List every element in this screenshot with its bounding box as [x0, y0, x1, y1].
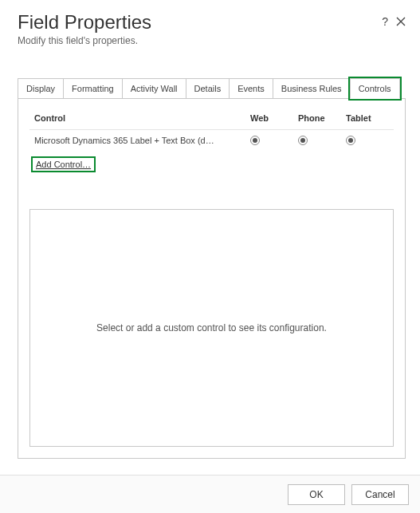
cancel-button[interactable]: Cancel — [351, 484, 409, 505]
col-header-control: Control — [29, 113, 250, 123]
col-header-phone: Phone — [298, 113, 346, 123]
dialog-header: Field Properties ? — [18, 11, 406, 34]
tab-display[interactable]: Display — [18, 78, 64, 98]
dialog-footer: OK Cancel — [0, 475, 420, 513]
tab-strip: Display Formatting Activity Wall Details… — [18, 78, 406, 99]
col-header-tablet: Tablet — [346, 113, 394, 123]
config-placeholder-text: Select or add a custom control to see it… — [96, 322, 327, 333]
ok-button[interactable]: OK — [288, 484, 345, 505]
control-config-area: Select or add a custom control to see it… — [29, 209, 394, 447]
tab-events[interactable]: Events — [229, 78, 273, 98]
dialog-title: Field Properties — [18, 11, 382, 34]
controls-grid-row[interactable]: Microsoft Dynamics 365 Label + Text Box … — [29, 129, 394, 150]
control-name: Microsoft Dynamics 365 Label + Text Box … — [29, 136, 250, 145]
dialog-subtitle: Modify this field's properties. — [18, 35, 406, 46]
tab-activity-wall[interactable]: Activity Wall — [122, 78, 186, 98]
col-header-web: Web — [250, 113, 298, 123]
controls-pane: Control Web Phone Tablet Microsoft Dynam… — [18, 99, 406, 459]
radio-dot-icon — [298, 136, 308, 145]
header-controls: ? — [382, 11, 406, 27]
radio-tablet[interactable] — [346, 135, 394, 145]
tab-controls[interactable]: Controls — [350, 78, 400, 99]
radio-dot-icon — [250, 136, 260, 145]
tab-business-rules[interactable]: Business Rules — [273, 78, 351, 98]
tab-formatting[interactable]: Formatting — [63, 78, 123, 98]
tab-details[interactable]: Details — [186, 78, 230, 98]
dialog-body: Field Properties ? Modify this field's p… — [0, 0, 420, 459]
close-icon[interactable] — [396, 17, 406, 26]
radio-web[interactable] — [250, 135, 298, 145]
add-control-link[interactable]: Add Control… — [33, 158, 94, 171]
help-icon[interactable]: ? — [382, 16, 388, 27]
controls-grid-header: Control Web Phone Tablet — [29, 110, 394, 129]
radio-phone[interactable] — [298, 135, 346, 145]
radio-dot-icon — [346, 136, 355, 145]
